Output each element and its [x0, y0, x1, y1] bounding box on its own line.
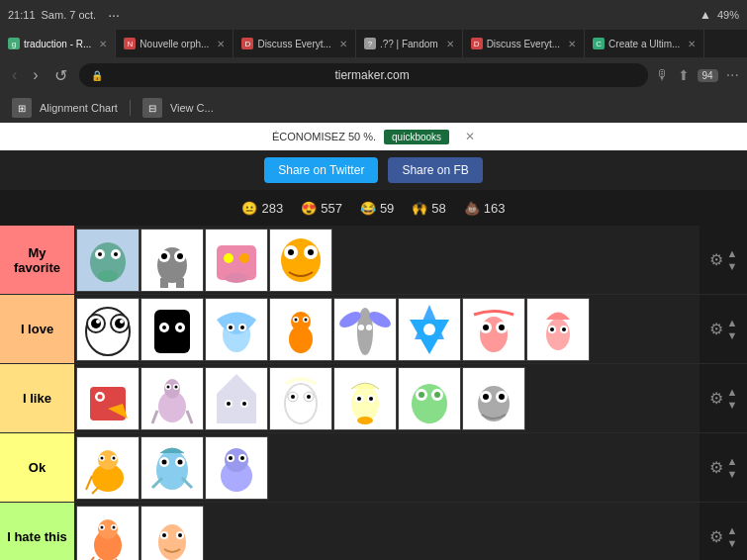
svg-point-122	[178, 533, 182, 537]
svg-point-63	[98, 394, 103, 399]
svg-point-3	[98, 252, 102, 256]
tab-6[interactable]: C Create a Ultim... ✕	[585, 30, 704, 57]
chevron-up[interactable]: ▲	[727, 248, 738, 259]
svg-point-68	[167, 385, 170, 388]
tier-label-i-love: I love	[0, 295, 74, 363]
tab-close-5[interactable]: ✕	[568, 39, 576, 49]
tab-count-badge[interactable]: 94	[698, 69, 718, 82]
back-button[interactable]: ‹	[8, 64, 21, 86]
tab-1[interactable]: g traduction - R... ✕	[0, 30, 116, 57]
tier-label-i-like: I like	[0, 364, 74, 432]
tier-chevrons: ▲ ▼	[727, 248, 738, 272]
tier-item	[140, 367, 204, 430]
tier-controls-i-hate: ⚙ ▲ ▼	[700, 503, 747, 560]
svg-point-60	[562, 327, 566, 331]
chevron-down[interactable]: ▼	[727, 330, 738, 341]
svg-point-15	[239, 253, 249, 263]
svg-point-85	[412, 384, 447, 423]
chevron-down[interactable]: ▼	[727, 261, 738, 272]
tab-4[interactable]: ? .?? | Fandom ✕	[356, 30, 463, 57]
menu-dots[interactable]: ···	[108, 7, 120, 23]
svg-point-28	[120, 320, 124, 324]
tier-item	[140, 298, 204, 361]
svg-point-74	[285, 384, 317, 423]
tab-close-6[interactable]: ✕	[688, 39, 696, 49]
tab-label-3: Discuss Everyt...	[257, 39, 330, 49]
tab-5[interactable]: D Discuss Everyt... ✕	[463, 30, 585, 57]
svg-rect-61	[90, 387, 126, 420]
chevron-down[interactable]: ▼	[727, 400, 738, 411]
tab-label-6: Create a Ultim...	[608, 39, 680, 49]
tier-item	[462, 367, 525, 430]
svg-point-26	[115, 319, 125, 328]
forward-button[interactable]: ›	[29, 64, 42, 86]
svg-point-105	[178, 459, 183, 464]
tab-label-1: traduction - R...	[24, 39, 91, 49]
gear-icon[interactable]: ⚙	[709, 320, 723, 338]
svg-point-59	[550, 327, 554, 331]
chevron-down[interactable]: ▼	[727, 469, 738, 480]
svg-point-83	[369, 397, 373, 401]
chevron-up[interactable]: ▲	[727, 456, 738, 467]
tier-item	[333, 298, 397, 361]
refresh-button[interactable]: ↺	[50, 64, 71, 87]
tier-content-i-love	[74, 295, 700, 363]
chevron-down[interactable]: ▼	[727, 538, 738, 549]
tier-item	[526, 298, 590, 361]
neutral-count: 283	[261, 201, 283, 216]
svg-point-94	[499, 394, 505, 400]
microphone-icon[interactable]: 🎙	[656, 67, 670, 83]
tier-content-i-hate	[74, 503, 700, 560]
tierlist: My favorite ⚙ ▲ ▼ I	[0, 226, 747, 560]
svg-point-104	[162, 459, 167, 464]
reaction-love[interactable]: 😍 557	[301, 201, 342, 216]
svg-point-55	[499, 325, 505, 330]
tier-content-i-like	[74, 364, 700, 432]
reaction-hands[interactable]: 🙌 58	[412, 201, 445, 216]
svg-point-43	[295, 318, 298, 321]
more-menu-button[interactable]: ···	[726, 66, 739, 84]
tab-close-4[interactable]: ✕	[446, 39, 454, 49]
tier-label-ok: Ok	[0, 433, 74, 502]
svg-point-117	[113, 525, 116, 528]
svg-point-93	[483, 394, 489, 400]
svg-point-82	[357, 397, 361, 401]
svg-point-111	[240, 456, 244, 460]
chevron-up[interactable]: ▲	[727, 318, 738, 328]
tab-close-3[interactable]: ✕	[339, 39, 347, 49]
tab-2[interactable]: N Nouvelle orph... ✕	[116, 30, 233, 57]
tier-item	[76, 229, 140, 292]
tier-row-i-like: I like ⚙	[0, 364, 747, 433]
tier-chevrons: ▲ ▼	[727, 456, 738, 480]
reaction-poop[interactable]: 💩 163	[464, 201, 506, 216]
tab-3[interactable]: D Discuss Everyt... ✕	[233, 30, 355, 57]
tab-favicon-2: N	[124, 38, 136, 49]
laugh-count: 59	[380, 201, 394, 216]
tier-item	[140, 506, 204, 561]
chevron-up[interactable]: ▲	[727, 525, 738, 536]
tier-row-my-favorite: My favorite ⚙ ▲ ▼	[0, 226, 747, 295]
tab-favicon-4: ?	[364, 38, 376, 49]
gear-icon[interactable]: ⚙	[709, 458, 723, 477]
chevron-up[interactable]: ▲	[727, 387, 738, 398]
reaction-neutral[interactable]: 😐 283	[241, 201, 283, 216]
gear-icon[interactable]: ⚙	[709, 527, 723, 546]
ad-text: ÉCONOMISEZ 50 %.	[272, 131, 376, 142]
share-facebook-button[interactable]: Share on FB	[388, 157, 482, 183]
gear-icon[interactable]: ⚙	[709, 250, 723, 269]
svg-point-78	[307, 395, 311, 399]
url-bar[interactable]: 🔒 tiermaker.com	[79, 63, 648, 87]
tier-item	[205, 229, 268, 292]
share-twitter-button[interactable]: Share on Twitter	[264, 157, 378, 183]
tab-favicon-5: D	[471, 38, 483, 49]
tab-close-1[interactable]: ✕	[99, 39, 107, 49]
share-buttons-row: Share on Twitter Share on FB	[0, 150, 747, 190]
gear-icon[interactable]: ⚙	[709, 389, 723, 408]
tier-controls-my-favorite: ⚙ ▲ ▼	[700, 226, 747, 294]
ad-close-button[interactable]: ✕	[465, 130, 475, 143]
reactions-row: 😐 283 😍 557 😂 59 🙌 58 💩 163	[0, 190, 747, 226]
reaction-laugh[interactable]: 😂 59	[360, 201, 394, 216]
tab-close-2[interactable]: ✕	[217, 39, 225, 49]
share-icon[interactable]: ⬆	[678, 67, 690, 83]
day-display: Sam. 7 oct.	[42, 9, 97, 21]
